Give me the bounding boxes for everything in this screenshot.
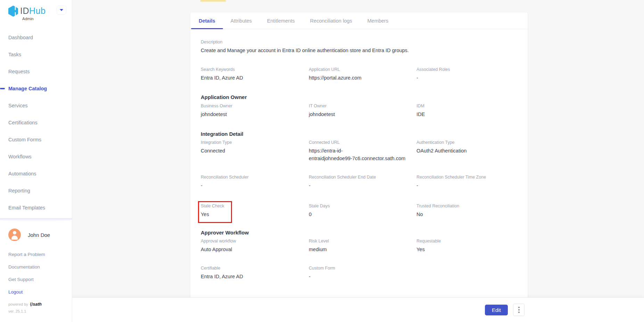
logout-link[interactable]: Logout [0, 286, 72, 298]
powered-by: powered by ⟨/sath [8, 302, 42, 307]
tab-reconciliation-logs[interactable]: Reconciliation logs [303, 13, 360, 29]
chevron-down-icon [60, 9, 63, 11]
field-requestable: Requestable Yes [416, 239, 520, 254]
sath-logo: ⟨/sath [30, 302, 42, 307]
bottom-action-bar: Edit [72, 298, 644, 322]
report-a-problem-link[interactable]: Report a Problem [0, 248, 72, 261]
user-name: John Doe [28, 232, 50, 238]
sidebar-item-email-templates[interactable]: Email Templates [0, 199, 72, 216]
field-approval-workflow: Approval workflow Auto Approval [201, 239, 304, 254]
brand-subtitle: Admin [22, 17, 34, 21]
field-reconciliation-scheduler: Reconciliation Scheduler - [201, 175, 304, 190]
more-actions-button[interactable] [513, 304, 525, 316]
user-profile[interactable]: John Doe [8, 229, 50, 241]
main-content: Details Attributes Entitlements Reconcil… [72, 0, 644, 322]
field-associated-roles: Associated Roles - [416, 67, 520, 82]
tab-details[interactable]: Details [191, 13, 223, 29]
idhub-hexagon-logo-icon [8, 5, 19, 18]
details-panel: Description Create and Manage your accou… [190, 29, 528, 298]
sidebar-item-reporting[interactable]: Reporting [0, 182, 72, 199]
sidebar-footer-links: Report a Problem Documentation Get Suppo… [0, 248, 72, 298]
sidebar-item-manage-catalog[interactable]: Manage Catalog [0, 80, 72, 97]
sidebar-item-workflows[interactable]: Workflows [0, 148, 72, 165]
sidebar-item-automations[interactable]: Automations [0, 165, 72, 182]
kebab-menu-icon [518, 307, 520, 308]
field-risk-level: Risk Level medium [309, 239, 412, 254]
field-application-url: Application URL https://portal.azure.com [309, 67, 412, 82]
field-connected-url: Connected URL https://entra-id- entraidj… [309, 140, 412, 163]
workspace-switcher-button[interactable] [57, 6, 66, 15]
sidebar-item-certifications[interactable]: Certifications [0, 114, 72, 131]
sidebar-item-requests[interactable]: Requests [0, 63, 72, 80]
field-it-owner: IT Owner johndoetest [309, 104, 412, 118]
field-trusted-reconciliation: Trusted Reconciliation No [416, 204, 520, 218]
sidebar-nav: Dashboard Tasks Requests Manage Catalog … [0, 29, 72, 216]
field-search-keywords: Search Keywords Entra ID, Azure AD [201, 67, 304, 82]
tab-entitlements[interactable]: Entitlements [259, 13, 303, 29]
sidebar-item-custom-forms[interactable]: Custom Forms [0, 131, 72, 148]
detail-tabs: Details Attributes Entitlements Reconcil… [190, 13, 528, 29]
field-stale-check: Stale Check Yes [201, 204, 304, 218]
field-idm: IDM IDE [416, 104, 520, 118]
get-support-link[interactable]: Get Support [0, 273, 72, 286]
tab-attributes[interactable]: Attributes [223, 13, 259, 29]
app-logo: IDHub Admin [0, 0, 72, 17]
user-avatar-icon [8, 229, 21, 241]
field-authentication-type: Authentication Type OAuth2 Authenticatio… [416, 140, 520, 155]
scrolled-header-remnant [200, 0, 226, 2]
brand-text: IDHub [20, 6, 46, 16]
documentation-link[interactable]: Documentation [0, 261, 72, 273]
sidebar: IDHub Admin Dashboard Tasks Requests Man… [0, 0, 72, 322]
section-application-owner: Application Owner [201, 94, 247, 100]
tab-members[interactable]: Members [360, 13, 396, 29]
section-approver-workflow: Approver Workflow [201, 230, 249, 236]
application-detail-card: Details Attributes Entitlements Reconcil… [190, 13, 528, 298]
field-description: Description Create and Manage your accou… [201, 40, 454, 55]
field-certifiable: Certifiable Entra ID, Azure AD [201, 266, 304, 281]
sidebar-divider [0, 218, 72, 222]
field-stale-days: Stale Days 0 [309, 204, 412, 218]
section-integration-detail: Integration Detail [201, 131, 243, 137]
sidebar-item-tasks[interactable]: Tasks [0, 46, 72, 63]
sidebar-item-dashboard[interactable]: Dashboard [0, 29, 72, 46]
field-custom-form: Custom Form - [309, 266, 412, 281]
field-business-owner: Business Owner johndoetest [201, 104, 304, 118]
field-integration-type: Integration Type Connected [201, 140, 304, 155]
version-label: ver. 25.1.1 [8, 309, 26, 313]
sidebar-item-services[interactable]: Services [0, 97, 72, 114]
field-reconciliation-scheduler-end-date: Reconciliation Scheduler End Date - [309, 175, 412, 190]
edit-button[interactable]: Edit [485, 305, 508, 315]
field-reconciliation-scheduler-time-zone: Reconciliation Scheduler Time Zone - [416, 175, 520, 190]
